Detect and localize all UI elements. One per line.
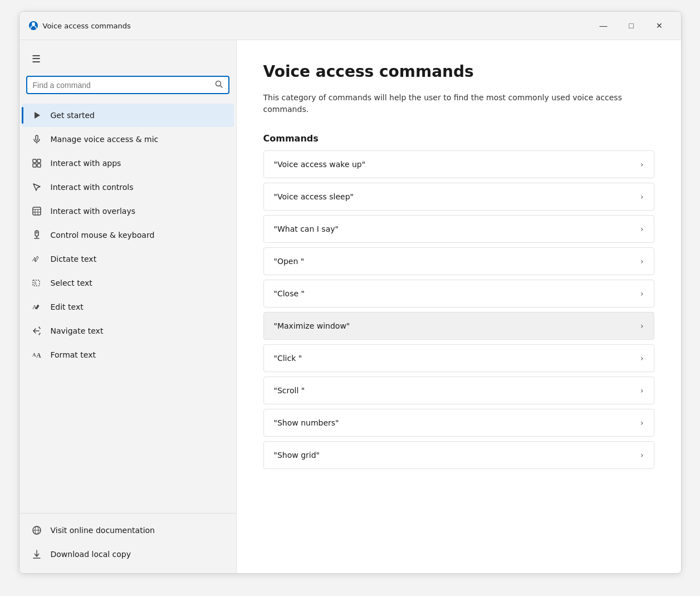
sidebar-item-label-interact-overlays: Interact with overlays bbox=[51, 207, 136, 216]
svg-rect-9 bbox=[33, 164, 36, 167]
download-copy-icon bbox=[31, 548, 43, 560]
sidebar-item-label-interact-controls: Interact with controls bbox=[51, 183, 134, 192]
manage-voice-icon bbox=[31, 133, 43, 145]
sidebar-item-label-dictate-text: Dictate text bbox=[51, 255, 97, 263]
format-text-icon: AA bbox=[31, 349, 43, 361]
command-item[interactable]: "Maximize window" › bbox=[263, 312, 654, 340]
sidebar-item-edit-text[interactable]: A Edit text bbox=[22, 295, 234, 319]
sidebar-item-label-format-text: Format text bbox=[51, 350, 96, 359]
command-text: "Voice access sleep" bbox=[274, 192, 354, 201]
chevron-right-icon: › bbox=[640, 289, 644, 298]
sidebar-item-label-download-copy: Download local copy bbox=[51, 550, 131, 559]
sidebar-item-manage-voice[interactable]: Manage voice access & mic bbox=[22, 128, 234, 151]
sidebar-item-format-text[interactable]: AA Format text bbox=[22, 343, 234, 367]
select-text-icon: A bbox=[31, 277, 43, 289]
command-text: "Scroll " bbox=[274, 386, 305, 395]
command-text: "Maximize window" bbox=[274, 321, 350, 330]
sidebar-spacer bbox=[19, 367, 236, 509]
chevron-right-icon: › bbox=[640, 160, 644, 169]
svg-rect-11 bbox=[33, 207, 41, 215]
search-icon bbox=[215, 80, 223, 90]
svg-text:A: A bbox=[33, 281, 37, 286]
maximize-button[interactable]: □ bbox=[619, 17, 644, 34]
command-item[interactable]: "Open " › bbox=[263, 247, 654, 275]
svg-rect-10 bbox=[37, 164, 41, 167]
svg-text:A: A bbox=[32, 352, 36, 358]
sidebar: ☰ Get started Manage voice access & bbox=[19, 40, 237, 573]
page-title: Voice access commands bbox=[263, 62, 654, 81]
chevron-right-icon: › bbox=[640, 257, 644, 266]
command-item[interactable]: "Scroll " › bbox=[263, 377, 654, 404]
command-item[interactable]: "Voice access sleep" › bbox=[263, 183, 654, 211]
sidebar-item-label-navigate-text: Navigate text bbox=[51, 326, 104, 335]
page-description: This category of commands will help the … bbox=[263, 92, 642, 115]
command-item[interactable]: "Voice access wake up" › bbox=[263, 150, 654, 178]
navigate-text-icon bbox=[31, 325, 43, 337]
svg-text:A: A bbox=[36, 351, 41, 359]
chevron-right-icon: › bbox=[640, 321, 644, 330]
sidebar-item-get-started[interactable]: Get started bbox=[22, 104, 234, 127]
svg-rect-7 bbox=[33, 159, 36, 163]
close-button[interactable]: ✕ bbox=[647, 17, 672, 34]
nav-items: Get started Manage voice access & mic In… bbox=[19, 103, 236, 367]
bottom-nav-items: Visit online documentation Download loca… bbox=[19, 519, 236, 566]
chevron-right-icon: › bbox=[640, 354, 644, 363]
search-container bbox=[19, 76, 236, 94]
window-title: Voice access commands bbox=[43, 22, 131, 30]
hamburger-icon: ☰ bbox=[32, 53, 41, 65]
svg-rect-8 bbox=[37, 159, 41, 163]
interact-apps-icon bbox=[31, 157, 43, 169]
sidebar-item-label-edit-text: Edit text bbox=[51, 302, 84, 311]
sidebar-item-control-mouse[interactable]: Control mouse & keyboard bbox=[22, 223, 234, 247]
sidebar-item-label-control-mouse: Control mouse & keyboard bbox=[51, 231, 155, 240]
search-box bbox=[26, 76, 229, 94]
command-text: "Voice access wake up" bbox=[274, 160, 366, 169]
sidebar-item-interact-controls[interactable]: Interact with controls bbox=[22, 175, 234, 199]
hamburger-menu-button[interactable]: ☰ bbox=[26, 49, 46, 69]
titlebar-left: Voice access commands bbox=[28, 21, 131, 31]
chevron-right-icon: › bbox=[640, 418, 644, 427]
command-item[interactable]: "Show numbers" › bbox=[263, 409, 654, 437]
command-item[interactable]: "Close " › bbox=[263, 280, 654, 307]
command-item[interactable]: "Show grid" › bbox=[263, 441, 654, 469]
sidebar-item-label-get-started: Get started bbox=[51, 111, 95, 120]
sidebar-item-interact-overlays[interactable]: Interact with overlays bbox=[22, 199, 234, 223]
app-window: Voice access commands — □ ✕ ☰ bbox=[19, 11, 682, 574]
dictate-text-icon: A bbox=[31, 253, 43, 265]
svg-point-1 bbox=[32, 22, 35, 26]
chevron-right-icon: › bbox=[640, 451, 644, 460]
sidebar-item-visit-docs[interactable]: Visit online documentation bbox=[22, 519, 234, 542]
command-list: "Voice access wake up" › "Voice access s… bbox=[263, 150, 654, 473]
svg-text:A: A bbox=[32, 304, 37, 310]
edit-text-icon: A bbox=[31, 301, 43, 313]
visit-docs-icon bbox=[31, 524, 43, 536]
command-item[interactable]: "What can I say" › bbox=[263, 215, 654, 243]
app-icon bbox=[28, 21, 38, 31]
minimize-button[interactable]: — bbox=[591, 17, 616, 34]
interact-controls-icon bbox=[31, 181, 43, 193]
commands-heading: Commands bbox=[263, 133, 654, 144]
search-input[interactable] bbox=[33, 81, 211, 90]
svg-rect-5 bbox=[36, 135, 38, 140]
command-item[interactable]: "Click " › bbox=[263, 344, 654, 372]
sidebar-item-download-copy[interactable]: Download local copy bbox=[22, 543, 234, 566]
sidebar-item-navigate-text[interactable]: Navigate text bbox=[22, 319, 234, 343]
command-text: "Show numbers" bbox=[274, 418, 339, 427]
sidebar-bottom: Visit online documentation Download loca… bbox=[19, 513, 236, 566]
control-mouse-icon bbox=[31, 229, 43, 241]
command-text: "Close " bbox=[274, 289, 305, 298]
svg-marker-4 bbox=[35, 112, 40, 119]
sidebar-item-label-manage-voice: Manage voice access & mic bbox=[51, 135, 159, 144]
command-text: "Show grid" bbox=[274, 451, 320, 460]
interact-overlays-icon bbox=[31, 205, 43, 217]
content-area: Voice access commands This category of c… bbox=[237, 40, 681, 573]
sidebar-item-interact-apps[interactable]: Interact with apps bbox=[22, 152, 234, 175]
sidebar-item-label-select-text: Select text bbox=[51, 279, 92, 287]
titlebar-controls: — □ ✕ bbox=[591, 17, 672, 34]
sidebar-item-dictate-text[interactable]: A Dictate text bbox=[22, 247, 234, 271]
sidebar-item-select-text[interactable]: A Select text bbox=[22, 271, 234, 295]
main-content: ☰ Get started Manage voice access & bbox=[19, 40, 681, 573]
command-text: "What can I say" bbox=[274, 224, 339, 233]
titlebar: Voice access commands — □ ✕ bbox=[19, 12, 681, 40]
chevron-right-icon: › bbox=[640, 224, 644, 233]
